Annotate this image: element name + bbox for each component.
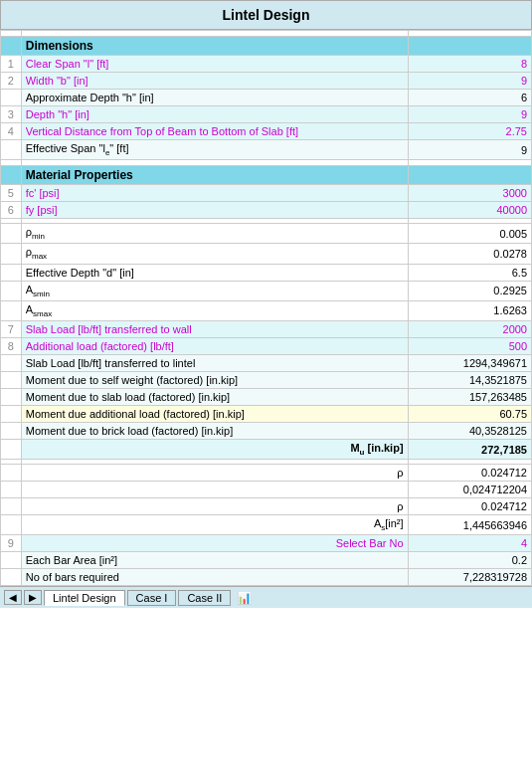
vert-dist-label: Vertical Distance from Top of Beam to Bo… [21,123,408,140]
approx-depth-value: 6 [408,90,531,106]
material-header: Material Properties [21,166,408,185]
eff-depth-d-row: Effective Depth "d" [in] 6.5 [1,264,532,281]
mu-row: Mu [in.kip] 272,7185 [1,439,532,459]
each-bar-area-value: 0.2 [408,552,531,569]
rho-calc-1-label: ρ [21,465,408,482]
each-bar-area-label: Each Bar Area [in²] [21,552,408,569]
as-in2-row: As[in²] 1,445663946 [1,515,532,535]
add-load-label: Additional load (factored) [lb/ft] [21,337,408,354]
as-max-value: 1.6263 [408,300,531,320]
each-bar-area-row: Each Bar Area [in²] 0.2 [1,552,532,569]
rho-calc-2-row: 0,024712204 [1,482,532,498]
page-title: Lintel Design [0,0,532,30]
rho-calc-2-value: 0,024712204 [408,482,531,498]
moment-add-label: Moment due additional load (factored) [i… [21,405,408,422]
add-load-value: 500 [408,337,531,354]
rho-calc-3-label: ρ [21,498,408,515]
material-header-row: Material Properties [1,166,532,185]
width-row: 2 Width "b" [in] 9 [1,73,532,90]
rho-calc-2-label [21,482,408,498]
moment-slab-value: 157,263485 [408,388,531,405]
moment-slab-row: Moment due to slab load (factored) [in.k… [1,388,532,405]
clear-span-row: 1 Clear Span "l" [ft] 8 [1,56,532,73]
as-in2-value: 1,445663946 [408,515,531,535]
rho-max-row: ρmax 0.0278 [1,244,532,264]
select-bar-label: Select Bar No [21,535,408,552]
as-min-value: 0.2925 [408,281,531,300]
slab-load-lintel-row: Slab Load [lb/ft] transferred to lintel … [1,354,532,371]
approx-depth-label: Approximate Depth "h" [in] [21,90,408,106]
rho-calc-1-row: ρ 0.024712 [1,465,532,482]
fc-label: fc' [psi] [21,185,408,202]
rho-calc-3-row: ρ 0.024712 [1,498,532,515]
slab-load-lintel-label: Slab Load [lb/ft] transferred to lintel [21,354,408,371]
moment-brick-row: Moment due to brick load (factored) [in.… [1,422,532,439]
moment-self-row: Moment due to self weight (factored) [in… [1,371,532,388]
fy-value: 40000 [408,202,531,219]
slab-load-wall-label: Slab Load [lb/ft] transferred to wall [21,320,408,337]
eff-span-label: Effective Span "le" [ft] [21,140,408,160]
rho-min-row: ρmin 0.005 [1,224,532,244]
moment-add-value: 60.75 [408,405,531,422]
as-min-label: Asmin [21,281,408,300]
select-bar-row: 9 Select Bar No 4 [1,535,532,552]
tab-bar: ◀ ▶ Lintel Design Case I Case II 📊 [0,586,532,608]
slab-load-wall-row: 7 Slab Load [lb/ft] transferred to wall … [1,320,532,337]
fc-row: 5 fc' [psi] 3000 [1,185,532,202]
tab-lintel-design[interactable]: Lintel Design [44,590,125,606]
select-bar-value: 4 [408,535,531,552]
add-load-row: 8 Additional load (factored) [lb/ft] 500 [1,337,532,354]
no-bars-row: No of bars required 7,228319728 [1,569,532,586]
depth-value: 9 [408,106,531,123]
moment-brick-label: Moment due to brick load (factored) [in.… [21,422,408,439]
as-max-label: Asmax [21,300,408,320]
clear-span-value: 8 [408,56,531,73]
row-num-1: 1 [1,56,22,73]
slab-load-wall-value: 2000 [408,320,531,337]
fy-row: 6 fy [psi] 40000 [1,202,532,219]
moment-add-row: Moment due additional load (factored) [i… [1,405,532,422]
rho-calc-1-value: 0.024712 [408,465,531,482]
approx-depth-row: Approximate Depth "h" [in] 6 [1,90,532,106]
tab-case-ii[interactable]: Case II [178,590,231,606]
as-min-row: Asmin 0.2925 [1,281,532,300]
tab-nav-prev[interactable]: ◀ [4,590,22,605]
width-value: 9 [408,73,531,90]
mu-value: 272,7185 [408,439,531,459]
vert-dist-value: 2.75 [408,123,531,140]
rho-calc-3-value: 0.024712 [408,498,531,515]
tab-icon: 📊 [237,591,252,605]
mu-label: Mu [in.kip] [21,439,408,459]
rho-min-value: 0.005 [408,224,531,244]
as-max-row: Asmax 1.6263 [1,300,532,320]
no-bars-value: 7,228319728 [408,569,531,586]
as-in2-label: As[in²] [21,515,408,535]
clear-span-label: Clear Span "l" [ft] [21,56,408,73]
rho-max-label: ρmax [21,244,408,264]
slab-load-lintel-value: 1294,349671 [408,354,531,371]
eff-span-row: Effective Span "le" [ft] 9 [1,140,532,160]
depth-row: 3 Depth "h" [in] 9 [1,106,532,123]
depth-label: Depth "h" [in] [21,106,408,123]
rho-min-label: ρmin [21,224,408,244]
dimensions-header-row: Dimensions [1,37,532,56]
moment-brick-value: 40,3528125 [408,422,531,439]
rho-max-value: 0.0278 [408,244,531,264]
moment-self-label: Moment due to self weight (factored) [in… [21,371,408,388]
width-label: Width "b" [in] [21,73,408,90]
eff-span-value: 9 [408,140,531,160]
eff-depth-d-value: 6.5 [408,264,531,281]
no-bars-label: No of bars required [21,569,408,586]
fy-label: fy [psi] [21,202,408,219]
eff-depth-d-label: Effective Depth "d" [in] [21,264,408,281]
main-table: Dimensions 1 Clear Span "l" [ft] 8 2 Wid… [0,30,532,586]
moment-self-value: 14,3521875 [408,371,531,388]
fc-value: 3000 [408,185,531,202]
tab-case-i[interactable]: Case I [127,590,177,606]
moment-slab-label: Moment due to slab load (factored) [in.k… [21,388,408,405]
vert-dist-row: 4 Vertical Distance from Top of Beam to … [1,123,532,140]
tab-nav-next[interactable]: ▶ [24,590,42,605]
dimensions-header: Dimensions [21,37,408,56]
